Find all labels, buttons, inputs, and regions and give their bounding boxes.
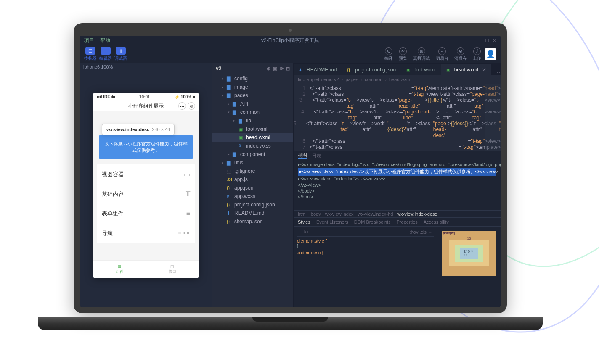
tree-node-README.md[interactable]: ⬇README.md	[212, 209, 293, 217]
grid-icon: ▦	[118, 264, 122, 269]
dom-tree[interactable]: ▸<wx-image class="index-logo" src="../re…	[294, 160, 501, 210]
toolbar-切后台[interactable]: ↔切后台	[436, 47, 448, 61]
close-tab-icon[interactable]: ✕	[482, 67, 486, 73]
tree-node-API[interactable]: ▸▇API	[212, 100, 293, 108]
cube-icon: ◫	[170, 264, 174, 269]
tab-head.wxml[interactable]: ▣head.wxml✕	[441, 64, 492, 75]
tree-node-config[interactable]: ▸▇config	[212, 74, 293, 83]
refresh-icon[interactable]: ⟳	[280, 66, 284, 71]
tab-foot.wxml[interactable]: ▣foot.wxml	[401, 64, 441, 75]
toolbar-预览[interactable]: 👁预览	[399, 47, 407, 61]
dom-node[interactable]: </html>	[298, 194, 496, 200]
crumb-seg[interactable]: common	[365, 77, 382, 82]
tree-node-.gitignore[interactable]: ⬚.gitignore	[212, 167, 293, 175]
tree-node-head.wxml[interactable]: ▣head.wxml	[212, 133, 293, 142]
menu-item[interactable]: 导航∘∘∘	[97, 223, 195, 243]
dt-tab-view[interactable]: 视图	[298, 152, 307, 159]
close-icon[interactable]: ✕	[493, 38, 496, 43]
highlighted-element[interactable]: 以下将展示小程序官方组件能力，组件样式仅供参考。	[99, 135, 193, 159]
phone-statusbar: ••il IDE ⇆ 10:01 ⚡ 100% ■	[93, 93, 199, 100]
toolbar-编译[interactable]: ⊙编译	[384, 47, 393, 61]
tree-node-project.config.json[interactable]: {}project.config.json	[212, 200, 293, 209]
dt-tab-log[interactable]: 日志	[312, 153, 321, 159]
capsule-more-icon[interactable]: •••	[178, 102, 186, 110]
bc-seg[interactable]: wx-view.index	[325, 211, 354, 216]
window-title: v2-FinClip小程序开发工具	[261, 37, 319, 44]
simulator-device[interactable]: iphone6 100%	[80, 63, 212, 72]
file-explorer: v2 ⊕ ▣ ⟳ ⊟ ▸▇config▸▇image▾▇pages▸▇API▾▇…	[212, 63, 294, 307]
toolbar-上传[interactable]: ⤴上传	[473, 47, 481, 61]
bc-seg[interactable]: wx-view.index-hd	[358, 211, 393, 216]
subtab-Styles[interactable]: Styles	[298, 219, 310, 224]
menu-help[interactable]: 帮助	[100, 37, 110, 44]
menu-project[interactable]: 项目	[84, 37, 94, 44]
tree-node-lib[interactable]: ▸▇lib	[212, 116, 293, 125]
maximize-icon[interactable]: ☐	[485, 38, 489, 43]
toolbar-清缓存[interactable]: ⊘清缓存	[454, 47, 467, 61]
crumb-seg[interactable]: head.wxml	[389, 77, 411, 82]
simulator-panel: iphone6 100% ••il IDE ⇆ 10:01 ⚡ 100% ■ 小…	[80, 63, 212, 307]
status-right: ⚡ 100% ■	[175, 95, 195, 99]
item-icon: ≡	[186, 210, 190, 217]
dom-node[interactable]: </body>	[298, 188, 496, 194]
toolbar-真机调试[interactable]: ⊞真机调试	[413, 47, 430, 61]
tabbar-api[interactable]: ◫接口	[146, 261, 199, 278]
tree-node-image[interactable]: ▸▇image	[212, 83, 293, 91]
tree-node-app.js[interactable]: JSapp.js	[212, 175, 293, 184]
tree-node-foot.wxml[interactable]: ▣foot.wxml	[212, 125, 293, 133]
tab-project.config.json[interactable]: {}project.config.json	[342, 64, 401, 75]
styles-hov[interactable]: :hov .cls ＋	[410, 229, 432, 235]
minimap[interactable]	[485, 84, 501, 151]
toolbar-模拟器[interactable]: ☐模拟器	[84, 47, 97, 61]
dom-node[interactable]: ▸<wx-image class="index-logo" src="../re…	[298, 161, 496, 168]
menu-item[interactable]: 基础内容𝕋	[97, 184, 195, 204]
crumb-seg[interactable]: fino-applet-demo-v2	[298, 77, 339, 82]
minimize-icon[interactable]: ―	[477, 38, 482, 43]
tree-node-utils[interactable]: ▸▇utils	[212, 158, 293, 167]
item-icon: ∘∘∘	[178, 229, 190, 237]
status-time: 10:01	[139, 95, 150, 99]
tree-node-index.wxss[interactable]: #index.wxss	[212, 142, 293, 150]
toolbar-编辑器[interactable]: 编辑器	[99, 47, 112, 61]
tree-node-common[interactable]: ▾▇common	[212, 108, 293, 116]
subtab-Event Listeners[interactable]: Event Listeners	[316, 219, 348, 224]
bc-seg[interactable]: body	[311, 211, 321, 216]
new-folder-icon[interactable]: ▣	[273, 66, 277, 71]
subtab-DOM Breakpoints[interactable]: DOM Breakpoints	[354, 219, 391, 224]
subtab-Properties[interactable]: Properties	[397, 219, 418, 224]
avatar[interactable]: 👤	[485, 48, 496, 60]
styles-pane[interactable]: Filter :hov .cls ＋ element.style {}.inde…	[294, 227, 437, 307]
code-editor[interactable]: 1<"t-attr">class="t-tag">template "t-att…	[294, 84, 501, 151]
tree-node-sitemap.json[interactable]: {}sitemap.json	[212, 217, 293, 226]
item-icon: ▭	[184, 170, 190, 178]
tree-node-component[interactable]: ▸▇component	[212, 150, 293, 158]
laptop-frame: 项目 帮助 v2-FinClip小程序开发工具 ― ☐ ✕ ☐模拟器编辑器⫴调试…	[67, 23, 513, 326]
editor-tabs: ⬇README.md{}project.config.json▣foot.wxm…	[294, 63, 501, 75]
explorer-root[interactable]: v2	[216, 66, 221, 71]
crumb-seg[interactable]: pages	[346, 77, 358, 82]
collapse-icon[interactable]: ⊟	[286, 66, 290, 71]
bc-seg[interactable]: html	[298, 211, 307, 216]
new-file-icon[interactable]: ⊕	[267, 66, 270, 71]
ide-window: 项目 帮助 v2-FinClip小程序开发工具 ― ☐ ✕ ☐模拟器编辑器⫴调试…	[80, 36, 501, 307]
dom-breadcrumb: htmlbodywx-view.indexwx-view.index-hdwx-…	[294, 210, 501, 218]
capsule-close-icon[interactable]: ⊙	[188, 102, 195, 110]
menu-item[interactable]: 表单组件≡	[97, 204, 195, 223]
tabbar-components[interactable]: ▦组件	[93, 261, 146, 278]
styles-filter[interactable]: Filter	[299, 229, 309, 235]
phone-tabbar: ▦组件 ◫接口	[93, 260, 199, 278]
subtab-Accessibility[interactable]: Accessibility	[424, 219, 449, 224]
tree-node-pages[interactable]: ▾▇pages	[212, 91, 293, 100]
editor-area: ⬇README.md{}project.config.json▣foot.wxm…	[294, 63, 501, 307]
tree-node-app.json[interactable]: {}app.json	[212, 184, 293, 192]
phone-preview[interactable]: ••il IDE ⇆ 10:01 ⚡ 100% ■ 小程序组件展示 ••• ⊙	[93, 93, 199, 278]
tab-README.md[interactable]: ⬇README.md	[294, 64, 342, 75]
more-tabs-icon[interactable]: ⋯	[492, 69, 501, 75]
dom-node[interactable]: </wx-view>	[298, 182, 496, 188]
menu-item[interactable]: 视图容器▭	[97, 164, 195, 184]
toolbar-调试器[interactable]: ⫴调试器	[114, 47, 127, 61]
dom-node[interactable]: ▸<wx-view class="index-desc">以下将展示小程序官方组…	[298, 168, 496, 176]
tree-node-app.wxss[interactable]: #app.wxss	[212, 192, 293, 200]
dom-node[interactable]: ▸<wx-view class="index-bd">…</wx-view>	[298, 176, 496, 182]
bc-seg[interactable]: wx-view.index-desc	[397, 211, 437, 216]
